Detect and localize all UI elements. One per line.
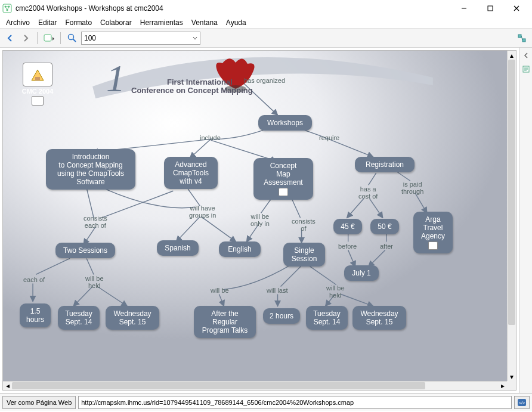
link-has-organized: has organized (244, 77, 285, 84)
link-will-last: will last (267, 287, 287, 294)
titlebar: cmc2004 Workshops - Workshops at cmc2004 (0, 0, 532, 17)
node-50[interactable]: 50 € (370, 219, 399, 234)
link-before: before (338, 243, 357, 250)
svg-rect-7 (518, 35, 521, 38)
window-title: cmc2004 Workshops - Workshops at cmc2004 (16, 4, 451, 13)
link-will-have-groups: will have groups in (189, 205, 216, 219)
attachment-icon[interactable] (428, 241, 438, 250)
node-single-session[interactable]: Single Session (283, 243, 325, 267)
scroll-right-icon[interactable]: ▸ (498, 382, 507, 390)
scrollbar-corner (507, 381, 516, 390)
node-45[interactable]: 45 € (333, 219, 362, 234)
link-will-be: will be (211, 287, 229, 294)
node-two-sessions[interactable]: Two Sessions (55, 243, 115, 258)
svg-text:</>: </> (519, 401, 525, 405)
node-intro[interactable]: Introduction to Concept Mapping using th… (46, 149, 135, 190)
app-icon (2, 4, 12, 13)
link-consists-each-of: consists each of (83, 215, 107, 229)
link-consists-of: consists of (292, 218, 316, 232)
node-wed15a[interactable]: Wednesday Sept. 15 (106, 306, 159, 330)
menubar: Archivo Editar Formato Colaborar Herrami… (0, 17, 532, 29)
right-shelf (519, 48, 532, 393)
maximize-button[interactable] (477, 0, 503, 17)
scrollbar-thumb[interactable] (508, 60, 515, 325)
svg-rect-0 (3, 4, 11, 13)
shelf-note-icon[interactable] (522, 65, 530, 75)
svg-rect-4 (488, 6, 493, 11)
link-will-be-held-b: will be held (326, 284, 345, 299)
menu-ayuda[interactable]: Ayuda (222, 17, 250, 28)
link-only-in: will be only in (250, 213, 270, 227)
node-tue14a[interactable]: Tuesday Sept. 14 (58, 306, 100, 330)
zoom-icon (66, 32, 79, 45)
tool-right-icon[interactable] (515, 32, 528, 45)
menu-editar[interactable]: Editar (35, 17, 60, 28)
nav-forward-button[interactable] (19, 32, 32, 45)
node-2hours[interactable]: 2 hours (263, 308, 300, 324)
link-paid-through: is paid through (401, 181, 423, 195)
node-assessment[interactable]: Concept Map Assessment (253, 158, 313, 200)
nav-back-button[interactable] (4, 32, 17, 45)
source-view-button[interactable]: </> (514, 396, 530, 409)
node-spanish[interactable]: Spanish (157, 240, 199, 256)
url-field[interactable]: http://cmapskm.ihmc.us/rid=1079449541109… (78, 396, 512, 409)
scroll-left-icon[interactable]: ◂ (3, 382, 12, 390)
scroll-down-icon[interactable]: ▾ (508, 372, 516, 381)
file-shortcut[interactable]: CMC 2004 (20, 63, 55, 106)
horizontal-scrollbar[interactable]: ◂ ▸ (3, 381, 507, 390)
vertical-scrollbar[interactable]: ▴ ▾ (507, 51, 516, 381)
chevron-down-icon (193, 36, 197, 41)
link-after: after (380, 243, 393, 250)
node-arga[interactable]: Arga Travel Agency (413, 212, 453, 253)
attachment-icon[interactable] (32, 96, 44, 106)
shelf-expand-icon[interactable] (522, 51, 530, 61)
zoom-value: 100 (84, 34, 96, 42)
toolbar: 100 (0, 29, 532, 48)
link-require: require (319, 134, 339, 141)
link-include: include (200, 134, 221, 141)
concept-map-canvas[interactable]: CMC 2004 1 First International Conferenc… (3, 51, 507, 381)
link-has-cost: has a cost of (358, 185, 378, 200)
scroll-up-icon[interactable]: ▴ (508, 51, 516, 60)
menu-ventana[interactable]: Ventana (188, 17, 221, 28)
view-as-web-button[interactable]: Ver como Página Web (2, 396, 76, 409)
svg-rect-10 (35, 77, 40, 80)
node-after-talks[interactable]: After the Regular Program Talks (194, 306, 256, 338)
svg-point-6 (69, 34, 74, 39)
menu-formato[interactable]: Formato (61, 17, 95, 28)
link-will-be-held-a: will be held (85, 275, 104, 289)
svg-rect-5 (44, 35, 51, 41)
node-july1[interactable]: July 1 (344, 265, 379, 281)
canvas-wrap: CMC 2004 1 First International Conferenc… (2, 50, 516, 391)
link-each-of: each of (23, 276, 45, 283)
node-english[interactable]: English (219, 241, 261, 257)
node-1-5-hours[interactable]: 1.5 hours (20, 303, 51, 327)
node-wed15b[interactable]: Wednesday Sept. 15 (352, 306, 406, 330)
node-workshops[interactable]: Workshops (258, 115, 312, 131)
menu-herramientas[interactable]: Herramientas (137, 17, 187, 28)
scrollbar-thumb[interactable] (12, 382, 425, 389)
node-advanced[interactable]: Advanced CmapTools with v4 (164, 157, 218, 189)
menu-archivo[interactable]: Archivo (2, 17, 33, 28)
minimize-button[interactable] (451, 0, 477, 17)
statusbar: Ver como Página Web http://cmapskm.ihmc.… (0, 393, 532, 411)
node-tue14b[interactable]: Tuesday Sept. 14 (306, 306, 348, 330)
close-button[interactable] (503, 0, 530, 17)
file-caption: CMC 2004 (20, 88, 55, 95)
attachment-icon[interactable] (279, 188, 288, 196)
zoom-select[interactable]: 100 (81, 32, 200, 45)
svg-rect-8 (522, 39, 525, 42)
node-registration[interactable]: Registration (355, 157, 415, 172)
view-mode-button[interactable] (42, 32, 55, 45)
main-area: CMC 2004 1 First International Conferenc… (0, 48, 532, 393)
menu-colaborar[interactable]: Colaborar (97, 17, 135, 28)
